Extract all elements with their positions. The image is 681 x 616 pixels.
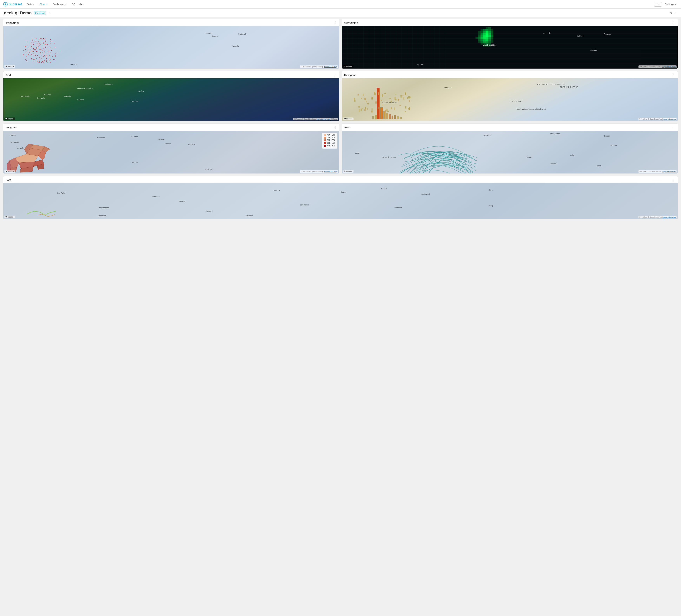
svg-point-60 [30,52,31,52]
chart-title-hexagons: Hexagons [344,74,356,76]
svg-point-53 [40,57,40,58]
map-label: Piedmont [44,94,51,96]
chart-header-polygons: Polygons⋮ [3,124,339,131]
svg-point-157 [43,45,43,45]
svg-point-4 [41,62,42,63]
dashboard-grid: Scatterplot⋮OaklandEmeryvillePiedmontAla… [0,17,681,222]
nav-sqllab[interactable]: SQL Lab ▼ [70,0,86,8]
chart-more-hexagons[interactable]: ⋮ [672,73,675,77]
svg-point-184 [50,59,51,59]
svg-point-174 [44,53,45,53]
nav-charts[interactable]: Charts [38,0,49,8]
svg-point-10 [50,55,50,56]
map-grid: San LeandroOaklandAlamedaPiedmontEmeryvi… [3,78,339,121]
logo-text: Superset [8,2,22,6]
svg-rect-259 [389,114,391,119]
svg-rect-289 [394,107,395,110]
svg-point-163 [40,48,41,49]
svg-point-81 [49,55,50,56]
svg-point-0 [26,47,26,47]
svg-rect-275 [403,97,404,100]
svg-rect-277 [361,109,362,111]
favorite-star-icon[interactable]: ☆ [48,11,51,15]
svg-point-77 [40,46,41,46]
svg-point-123 [29,52,30,53]
settings-menu[interactable]: Settings ▼ [663,3,678,6]
svg-rect-276 [409,100,410,102]
chart-more-grid[interactable]: ⋮ [334,73,337,77]
svg-point-35 [35,41,36,42]
settings-chevron-icon: ▼ [675,3,676,5]
svg-point-102 [52,50,52,51]
svg-rect-268 [371,97,373,99]
map-attribution: © Mapbox © OpenStreetMap Improve this ma… [293,118,338,120]
svg-point-204 [44,60,45,61]
svg-point-145 [49,51,49,51]
svg-point-148 [28,54,28,55]
chart-card-grid: Grid⋮San LeandroOaklandAlamedaPiedmontEm… [3,71,339,121]
svg-point-185 [33,48,34,49]
mapbox-logo: 🗺 mapbox [343,118,354,120]
svg-point-22 [29,48,29,48]
svg-point-175 [50,43,50,44]
svg-point-91 [26,56,27,56]
svg-rect-320 [354,98,355,100]
svg-rect-267 [395,94,397,95]
svg-point-2 [34,41,35,41]
svg-point-34 [36,58,37,59]
map-attribution: © Mapbox © OpenStreetMap Improve this ma… [638,216,677,218]
svg-point-167 [32,42,32,43]
map-screen-grid: San FranciscoOaklandEmeryvillePiedmontAl… [342,26,678,69]
svg-point-137 [26,52,27,52]
svg-point-173 [50,62,51,63]
edit-button[interactable]: ✎ [670,11,673,15]
chart-more-arcs[interactable]: ⋮ [672,126,675,129]
svg-rect-290 [375,101,377,103]
polygons-legend: 400 - 20k20k - 30k30k - 50k50k - 60k60k … [322,133,337,149]
svg-point-176 [36,46,37,46]
svg-rect-306 [405,93,406,95]
svg-point-149 [50,48,50,48]
chart-more-screen-grid[interactable]: ⋮ [672,21,675,24]
status-badge: Published [33,11,46,15]
svg-point-62 [33,51,34,52]
svg-point-111 [37,48,37,48]
svg-point-51 [31,54,31,54]
chart-more-path[interactable]: ⋮ [672,178,675,182]
svg-point-93 [32,39,32,39]
svg-point-130 [40,52,40,52]
svg-point-46 [33,62,34,62]
svg-point-25 [41,39,42,39]
svg-point-209 [32,55,33,55]
svg-point-64 [43,38,44,39]
svg-point-113 [47,44,48,45]
svg-point-172 [35,49,36,50]
add-button[interactable]: + ▼ [654,2,662,7]
nav-dashboards[interactable]: Dashboards [51,0,68,8]
more-options-button[interactable]: ··· [674,11,677,15]
svg-rect-294 [408,96,410,98]
chart-body-hexagons: FINANCIAL DISTRICTNORTH BEACH / TELEGRAP… [342,78,678,121]
chart-card-polygons: Polygons⋮400 - 20k20k - 30k30k - 50k50k … [3,124,339,174]
svg-point-146 [31,47,32,47]
svg-point-122 [36,47,37,48]
svg-point-14 [33,44,34,45]
svg-point-128 [35,38,35,39]
svg-point-38 [46,60,47,61]
svg-point-90 [48,51,49,52]
svg-point-160 [36,41,37,42]
mapbox-logo: 🗺 mapbox [4,216,15,218]
chart-more-scatterplot[interactable]: ⋮ [334,21,337,24]
svg-point-56 [39,62,40,63]
svg-point-26 [35,54,36,54]
chart-more-polygons[interactable]: ⋮ [334,126,337,129]
nav-data[interactable]: Data ▼ [25,0,36,8]
chart-card-path: Path⋮San RafaelConcordAntiochRichmondCla… [3,176,678,219]
plus-chevron-icon: ▼ [658,3,660,5]
chart-title-arcs: Arcs [344,126,350,129]
svg-rect-255 [383,111,385,119]
svg-point-89 [40,54,41,54]
data-chevron-icon: ▼ [33,3,34,5]
superset-logo[interactable]: Superset [3,2,22,7]
svg-point-211 [28,58,28,58]
